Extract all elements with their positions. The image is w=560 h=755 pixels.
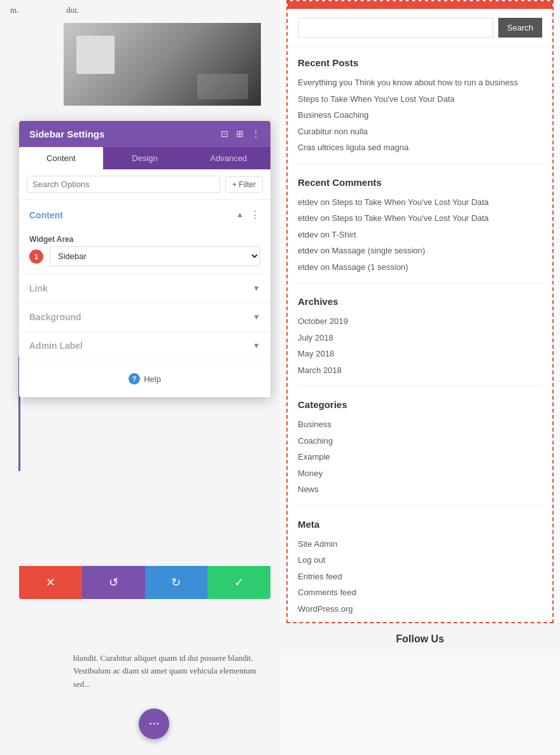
article-image [64, 23, 261, 106]
sidebar-preview: Search Recent Posts Everything you Think… [286, 0, 554, 623]
list-item[interactable]: etdev on T-Shirt [298, 227, 542, 243]
archives-title: Archives [298, 296, 542, 307]
list-item[interactable]: Site Admin [298, 536, 542, 553]
sidebar-settings-panel: Sidebar Settings ⊡ ⊞ ⋮ Content Design Ad… [19, 121, 270, 397]
categories-section: Categories Business Coaching Example Mon… [288, 389, 552, 503]
list-item[interactable]: Log out [298, 552, 542, 568]
list-item[interactable]: etdev on Steps to Take When You've Lost … [298, 210, 542, 227]
top-text: m. dui. [0, 0, 280, 18]
top-text-m: m. [10, 5, 18, 15]
help-icon: ? [129, 373, 140, 385]
left-panel: m. dui. Sidebar Settings ⊡ ⊞ ⋮ Content D… [0, 0, 280, 755]
cancel-button[interactable]: ✕ [19, 566, 82, 599]
ss-header: Sidebar Settings ⊡ ⊞ ⋮ [19, 121, 270, 147]
undo-button[interactable]: ↺ [82, 566, 145, 599]
bottom-toolbar: ✕ ↺ ↻ ✓ [19, 566, 270, 599]
list-item[interactable]: Comments feed [298, 584, 542, 601]
link-section: Link ▼ [19, 274, 270, 303]
list-item[interactable]: etdev on Massage (1 session) [298, 259, 542, 276]
list-item[interactable]: May 2018 [298, 346, 542, 362]
list-item[interactable]: Business [298, 416, 542, 433]
list-item[interactable]: Cras ultrices ligula sed magna [298, 139, 542, 156]
ss-search-row: + Filter [19, 169, 270, 200]
divider-1 [298, 164, 542, 164]
sp-search-area: Search [288, 9, 552, 47]
filter-button[interactable]: + Filter [225, 176, 263, 193]
recent-comments-title: Recent Comments [298, 177, 542, 188]
sp-search-input[interactable] [298, 18, 493, 38]
list-item[interactable]: News [298, 481, 542, 498]
content-section-icons: ▲ ⋮ [236, 209, 260, 221]
fab-icon: ··· [149, 717, 160, 731]
right-panel: Search Recent Posts Everything you Think… [280, 0, 560, 755]
ss-header-icons: ⊡ ⊞ ⋮ [221, 129, 260, 139]
divider-2 [298, 283, 542, 283]
meta-section: Meta Site Admin Log out Entries feed Com… [288, 509, 552, 623]
recent-posts-title: Recent Posts [298, 57, 542, 68]
list-item[interactable]: WordPress.org [298, 601, 542, 617]
list-item[interactable]: Everything you Think you know about how … [298, 74, 542, 91]
content-section: Content ▲ ⋮ Widget Area 1 Sidebar Footer… [19, 200, 270, 274]
list-item[interactable]: July 2018 [298, 330, 542, 346]
redo-button[interactable]: ↻ [145, 566, 208, 599]
background-section-label: Background [29, 312, 81, 322]
categories-title: Categories [298, 399, 542, 410]
sp-search-btn-label: Search [507, 23, 533, 32]
content-dots[interactable]: ⋮ [250, 209, 260, 221]
list-item[interactable]: October 2019 [298, 313, 542, 330]
list-item[interactable]: Entries feed [298, 568, 542, 585]
list-item[interactable]: Business Coaching [298, 107, 542, 123]
widget-area-select[interactable]: Sidebar Footer Header [50, 246, 260, 266]
fab-button[interactable]: ··· [139, 709, 169, 739]
list-item[interactable]: Curabitur non nulla [298, 123, 542, 140]
recent-comments-section: Recent Comments etdev on Steps to Take W… [288, 167, 552, 281]
tab-content[interactable]: Content [19, 147, 103, 169]
more-icon[interactable]: ⋮ [251, 129, 260, 139]
follow-us-label: Follow Us [396, 633, 444, 644]
ss-body: Content ▲ ⋮ Widget Area 1 Sidebar Footer… [19, 200, 270, 397]
help-row: ? Help [19, 360, 270, 397]
widget-area-label: Widget Area [19, 230, 270, 246]
top-text-dui: dui. [66, 5, 79, 15]
content-chevron-up[interactable]: ▲ [236, 210, 244, 220]
collapse-icon[interactable]: ⊡ [221, 129, 228, 139]
divider-3 [298, 386, 542, 386]
expand-icon[interactable]: ⊞ [236, 129, 244, 139]
link-chevron[interactable]: ▼ [253, 284, 260, 293]
admin-label-section: Admin Label ▼ [19, 332, 270, 360]
save-button[interactable]: ✓ [207, 566, 270, 599]
background-section: Background ▼ [19, 303, 270, 332]
admin-label-section-label: Admin Label [29, 341, 83, 351]
background-section-header[interactable]: Background ▼ [19, 303, 270, 331]
divider-4 [298, 505, 542, 506]
background-chevron[interactable]: ▼ [253, 313, 260, 322]
tab-advanced[interactable]: Advanced [186, 147, 270, 169]
list-item[interactable]: etdev on Massage (single session) [298, 243, 542, 259]
list-item[interactable]: March 2018 [298, 362, 542, 379]
link-section-header[interactable]: Link ▼ [19, 274, 270, 302]
link-section-label: Link [29, 283, 48, 293]
list-item[interactable]: Example [298, 449, 542, 465]
cancel-icon: ✕ [46, 575, 55, 589]
save-icon: ✓ [234, 575, 244, 589]
ss-title: Sidebar Settings [29, 129, 104, 139]
admin-label-chevron[interactable]: ▼ [253, 341, 260, 351]
list-item[interactable]: Coaching [298, 433, 542, 449]
recent-posts-section: Recent Posts Everything you Think you kn… [288, 47, 552, 161]
tab-design[interactable]: Design [103, 147, 187, 169]
sp-search-button[interactable]: Search [498, 18, 542, 38]
admin-label-section-header[interactable]: Admin Label ▼ [19, 332, 270, 360]
sp-top-bar [288, 1, 552, 9]
redo-icon: ↻ [171, 575, 181, 589]
follow-us-section: Follow Us [280, 623, 560, 655]
content-section-label: Content [29, 210, 63, 220]
list-item[interactable]: etdev on Steps to Take When You've Lost … [298, 194, 542, 211]
help-label: Help [144, 374, 161, 384]
list-item[interactable]: Money [298, 465, 542, 482]
archives-section: Archives October 2019 July 2018 May 2018… [288, 286, 552, 383]
list-item[interactable]: Steps to Take When You've Lost Your Data [298, 91, 542, 108]
search-options-input[interactable] [27, 176, 220, 193]
ss-tabs: Content Design Advanced [19, 147, 270, 169]
widget-area-select-row: 1 Sidebar Footer Header [19, 246, 270, 274]
content-section-header[interactable]: Content ▲ ⋮ [19, 200, 270, 230]
